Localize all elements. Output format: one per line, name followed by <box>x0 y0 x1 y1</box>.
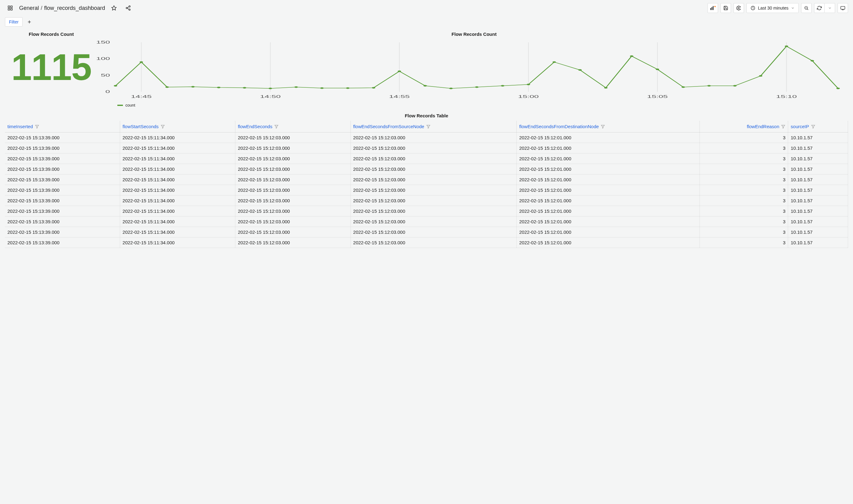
stat-panel[interactable]: Flow Records Count 1115 <box>5 30 97 107</box>
svg-point-40 <box>165 87 169 88</box>
flow-records-table[interactable]: timeInsertedflowStartSecondsflowEndSecon… <box>5 121 848 248</box>
svg-rect-0 <box>8 6 10 7</box>
cell-flowEndSecondsFromSourceNode: 2022-02-15 15:12:03.000 <box>350 196 517 206</box>
table-row[interactable]: 2022-02-15 15:13:39.0002022-02-15 15:11:… <box>5 185 848 196</box>
time-range-label: Last 30 minutes <box>758 5 788 11</box>
table-row[interactable]: 2022-02-15 15:13:39.0002022-02-15 15:11:… <box>5 216 848 227</box>
cell-flowEndSeconds: 2022-02-15 15:12:03.000 <box>235 216 350 227</box>
tv-mode-button[interactable] <box>838 3 848 13</box>
table-row[interactable]: 2022-02-15 15:13:39.0002022-02-15 15:11:… <box>5 132 848 143</box>
svg-marker-72 <box>782 125 785 128</box>
table-row[interactable]: 2022-02-15 15:13:39.0002022-02-15 15:11:… <box>5 196 848 206</box>
cell-flowEndSecondsFromDestinationNode: 2022-02-15 15:12:01.000 <box>517 216 700 227</box>
svg-marker-70 <box>426 125 430 128</box>
cell-flowEndSecondsFromDestinationNode: 2022-02-15 15:12:01.000 <box>517 227 700 237</box>
star-icon[interactable] <box>109 3 119 13</box>
svg-rect-12 <box>713 6 713 10</box>
column-header-timeInserted[interactable]: timeInserted <box>5 121 120 132</box>
chart-legend[interactable]: count <box>100 101 848 107</box>
svg-point-39 <box>140 61 143 63</box>
line-chart[interactable]: 05010015014:4514:5014:5515:0015:0515:10 <box>115 39 845 101</box>
time-range-picker[interactable]: Last 30 minutes <box>746 3 799 13</box>
cell-flowEndSeconds: 2022-02-15 15:12:03.000 <box>235 175 350 185</box>
cell-sourceIP: 10.10.1.57 <box>788 175 848 185</box>
cell-timeInserted: 2022-02-15 15:13:39.000 <box>5 132 120 143</box>
svg-text:150: 150 <box>96 40 110 44</box>
save-button[interactable] <box>721 3 731 13</box>
svg-point-52 <box>475 87 478 88</box>
add-variable-button[interactable] <box>25 18 33 25</box>
svg-point-65 <box>811 60 814 61</box>
column-header-flowEndSeconds[interactable]: flowEndSeconds <box>235 121 350 132</box>
svg-rect-18 <box>841 6 845 9</box>
cell-sourceIP: 10.10.1.57 <box>788 132 848 143</box>
cell-flowEndSeconds: 2022-02-15 15:12:03.000 <box>235 237 350 248</box>
cell-flowEndSecondsFromSourceNode: 2022-02-15 15:12:03.000 <box>350 175 517 185</box>
add-panel-button[interactable] <box>708 3 718 13</box>
refresh-interval-button[interactable] <box>824 3 835 13</box>
cell-flowEndSeconds: 2022-02-15 15:12:03.000 <box>235 196 350 206</box>
svg-rect-10 <box>710 8 711 10</box>
legend-swatch <box>117 105 123 106</box>
column-header-flowStartSeconds[interactable]: flowStartSeconds <box>120 121 235 132</box>
chart-panel[interactable]: Flow Records Count 05010015014:4514:5014… <box>100 30 848 107</box>
table-row[interactable]: 2022-02-15 15:13:39.0002022-02-15 15:11:… <box>5 227 848 237</box>
cell-flowStartSeconds: 2022-02-15 15:11:34.000 <box>120 237 235 248</box>
cell-flowEndSecondsFromSourceNode: 2022-02-15 15:12:03.000 <box>350 164 517 175</box>
svg-marker-4 <box>112 6 116 10</box>
cell-sourceIP: 10.10.1.57 <box>788 196 848 206</box>
svg-point-63 <box>759 75 762 77</box>
svg-marker-71 <box>601 125 605 128</box>
stat-value: 1115 <box>12 39 91 95</box>
settings-button[interactable] <box>733 3 744 13</box>
cell-flowEndSeconds: 2022-02-15 15:12:03.000 <box>235 164 350 175</box>
breadcrumb-dashboard[interactable]: flow_records_dashboard <box>44 5 105 12</box>
apps-grid-icon[interactable] <box>5 3 15 13</box>
svg-point-44 <box>269 88 272 89</box>
cell-flowEndReason: 3 <box>700 196 788 206</box>
filter-button[interactable]: Filter <box>5 17 22 26</box>
cell-flowEndSecondsFromDestinationNode: 2022-02-15 15:12:01.000 <box>517 164 700 175</box>
svg-point-48 <box>372 87 375 89</box>
svg-point-55 <box>552 61 556 63</box>
share-icon[interactable] <box>123 3 133 13</box>
cell-timeInserted: 2022-02-15 15:13:39.000 <box>5 164 120 175</box>
column-header-flowEndSecondsFromDestinationNode[interactable]: flowEndSecondsFromDestinationNode <box>517 121 700 132</box>
svg-point-47 <box>346 87 349 89</box>
cell-sourceIP: 10.10.1.57 <box>788 237 848 248</box>
column-header-flowEndReason[interactable]: flowEndReason <box>700 121 788 132</box>
svg-text:14:45: 14:45 <box>131 94 152 98</box>
cell-flowEndReason: 3 <box>700 164 788 175</box>
zoom-out-button[interactable] <box>801 3 812 13</box>
svg-text:15:10: 15:10 <box>776 94 797 98</box>
cell-flowEndSeconds: 2022-02-15 15:12:03.000 <box>235 154 350 164</box>
svg-rect-2 <box>8 8 10 10</box>
cell-timeInserted: 2022-02-15 15:13:39.000 <box>5 237 120 248</box>
table-row[interactable]: 2022-02-15 15:13:39.0002022-02-15 15:11:… <box>5 164 848 175</box>
svg-point-64 <box>785 46 788 47</box>
table-row[interactable]: 2022-02-15 15:13:39.0002022-02-15 15:11:… <box>5 175 848 185</box>
column-header-flowEndSecondsFromSourceNode[interactable]: flowEndSecondsFromSourceNode <box>350 121 517 132</box>
table-row[interactable]: 2022-02-15 15:13:39.0002022-02-15 15:11:… <box>5 154 848 164</box>
table-row[interactable]: 2022-02-15 15:13:39.0002022-02-15 15:11:… <box>5 143 848 154</box>
cell-flowEndSecondsFromDestinationNode: 2022-02-15 15:12:01.000 <box>517 175 700 185</box>
refresh-button[interactable] <box>814 3 824 13</box>
svg-marker-73 <box>811 125 815 128</box>
cell-flowStartSeconds: 2022-02-15 15:11:34.000 <box>120 175 235 185</box>
legend-label: count <box>125 103 135 107</box>
table-row[interactable]: 2022-02-15 15:13:39.0002022-02-15 15:11:… <box>5 206 848 216</box>
cell-sourceIP: 10.10.1.57 <box>788 227 848 237</box>
cell-flowEndSecondsFromSourceNode: 2022-02-15 15:12:03.000 <box>350 227 517 237</box>
svg-point-38 <box>114 85 117 87</box>
svg-point-42 <box>217 87 220 88</box>
column-header-sourceIP[interactable]: sourceIP <box>788 121 848 132</box>
cell-flowStartSeconds: 2022-02-15 15:11:34.000 <box>120 227 235 237</box>
cell-timeInserted: 2022-02-15 15:13:39.000 <box>5 143 120 154</box>
plus-icon <box>27 19 32 24</box>
stat-panel-title: Flow Records Count <box>29 30 74 39</box>
cell-flowEndSecondsFromSourceNode: 2022-02-15 15:12:03.000 <box>350 132 517 143</box>
svg-text:14:50: 14:50 <box>260 94 281 98</box>
breadcrumb-folder[interactable]: General <box>19 5 39 12</box>
table-row[interactable]: 2022-02-15 15:13:39.0002022-02-15 15:11:… <box>5 237 848 248</box>
svg-text:15:05: 15:05 <box>647 94 668 98</box>
